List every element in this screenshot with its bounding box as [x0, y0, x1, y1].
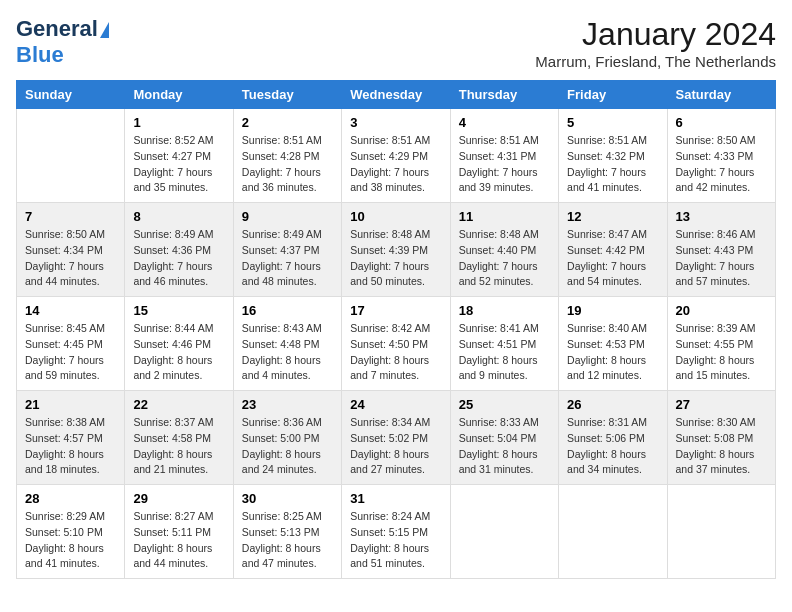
day-info: Sunrise: 8:51 AMSunset: 4:32 PMDaylight:…	[567, 133, 658, 196]
day-number: 20	[676, 303, 767, 318]
day-info: Sunrise: 8:44 AMSunset: 4:46 PMDaylight:…	[133, 321, 224, 384]
day-info: Sunrise: 8:45 AMSunset: 4:45 PMDaylight:…	[25, 321, 116, 384]
day-info: Sunrise: 8:40 AMSunset: 4:53 PMDaylight:…	[567, 321, 658, 384]
weekday-header-row: SundayMondayTuesdayWednesdayThursdayFrid…	[17, 81, 776, 109]
page-header: General Blue January 2024 Marrum, Friesl…	[16, 16, 776, 70]
day-info: Sunrise: 8:48 AMSunset: 4:39 PMDaylight:…	[350, 227, 441, 290]
day-number: 10	[350, 209, 441, 224]
day-number: 12	[567, 209, 658, 224]
day-number: 24	[350, 397, 441, 412]
day-info: Sunrise: 8:51 AMSunset: 4:28 PMDaylight:…	[242, 133, 333, 196]
day-info: Sunrise: 8:41 AMSunset: 4:51 PMDaylight:…	[459, 321, 550, 384]
calendar-cell: 19Sunrise: 8:40 AMSunset: 4:53 PMDayligh…	[559, 297, 667, 391]
calendar-cell: 11Sunrise: 8:48 AMSunset: 4:40 PMDayligh…	[450, 203, 558, 297]
day-info: Sunrise: 8:43 AMSunset: 4:48 PMDaylight:…	[242, 321, 333, 384]
day-number: 7	[25, 209, 116, 224]
day-info: Sunrise: 8:47 AMSunset: 4:42 PMDaylight:…	[567, 227, 658, 290]
weekday-header-thursday: Thursday	[450, 81, 558, 109]
day-info: Sunrise: 8:25 AMSunset: 5:13 PMDaylight:…	[242, 509, 333, 572]
weekday-header-sunday: Sunday	[17, 81, 125, 109]
calendar-cell: 4Sunrise: 8:51 AMSunset: 4:31 PMDaylight…	[450, 109, 558, 203]
day-number: 6	[676, 115, 767, 130]
calendar-cell: 22Sunrise: 8:37 AMSunset: 4:58 PMDayligh…	[125, 391, 233, 485]
logo-blue: Blue	[16, 42, 64, 67]
logo-general: General	[16, 16, 98, 41]
day-number: 25	[459, 397, 550, 412]
day-number: 16	[242, 303, 333, 318]
calendar-cell	[559, 485, 667, 579]
calendar-week-row: 28Sunrise: 8:29 AMSunset: 5:10 PMDayligh…	[17, 485, 776, 579]
calendar-cell: 18Sunrise: 8:41 AMSunset: 4:51 PMDayligh…	[450, 297, 558, 391]
calendar-cell: 25Sunrise: 8:33 AMSunset: 5:04 PMDayligh…	[450, 391, 558, 485]
day-info: Sunrise: 8:50 AMSunset: 4:33 PMDaylight:…	[676, 133, 767, 196]
day-info: Sunrise: 8:27 AMSunset: 5:11 PMDaylight:…	[133, 509, 224, 572]
day-number: 31	[350, 491, 441, 506]
calendar-cell: 3Sunrise: 8:51 AMSunset: 4:29 PMDaylight…	[342, 109, 450, 203]
weekday-header-friday: Friday	[559, 81, 667, 109]
calendar-cell: 9Sunrise: 8:49 AMSunset: 4:37 PMDaylight…	[233, 203, 341, 297]
calendar-cell: 29Sunrise: 8:27 AMSunset: 5:11 PMDayligh…	[125, 485, 233, 579]
day-info: Sunrise: 8:51 AMSunset: 4:29 PMDaylight:…	[350, 133, 441, 196]
calendar-cell: 14Sunrise: 8:45 AMSunset: 4:45 PMDayligh…	[17, 297, 125, 391]
calendar-cell: 7Sunrise: 8:50 AMSunset: 4:34 PMDaylight…	[17, 203, 125, 297]
day-number: 13	[676, 209, 767, 224]
calendar-cell	[450, 485, 558, 579]
title-block: January 2024 Marrum, Friesland, The Neth…	[535, 16, 776, 70]
calendar-table: SundayMondayTuesdayWednesdayThursdayFrid…	[16, 80, 776, 579]
calendar-cell: 1Sunrise: 8:52 AMSunset: 4:27 PMDaylight…	[125, 109, 233, 203]
day-number: 8	[133, 209, 224, 224]
calendar-cell: 27Sunrise: 8:30 AMSunset: 5:08 PMDayligh…	[667, 391, 775, 485]
calendar-cell: 5Sunrise: 8:51 AMSunset: 4:32 PMDaylight…	[559, 109, 667, 203]
day-info: Sunrise: 8:31 AMSunset: 5:06 PMDaylight:…	[567, 415, 658, 478]
day-number: 11	[459, 209, 550, 224]
day-number: 5	[567, 115, 658, 130]
calendar-cell: 20Sunrise: 8:39 AMSunset: 4:55 PMDayligh…	[667, 297, 775, 391]
calendar-week-row: 14Sunrise: 8:45 AMSunset: 4:45 PMDayligh…	[17, 297, 776, 391]
weekday-header-wednesday: Wednesday	[342, 81, 450, 109]
day-number: 22	[133, 397, 224, 412]
calendar-cell: 30Sunrise: 8:25 AMSunset: 5:13 PMDayligh…	[233, 485, 341, 579]
day-number: 3	[350, 115, 441, 130]
day-number: 15	[133, 303, 224, 318]
day-number: 28	[25, 491, 116, 506]
day-number: 27	[676, 397, 767, 412]
calendar-cell: 21Sunrise: 8:38 AMSunset: 4:57 PMDayligh…	[17, 391, 125, 485]
day-info: Sunrise: 8:34 AMSunset: 5:02 PMDaylight:…	[350, 415, 441, 478]
day-info: Sunrise: 8:24 AMSunset: 5:15 PMDaylight:…	[350, 509, 441, 572]
day-info: Sunrise: 8:30 AMSunset: 5:08 PMDaylight:…	[676, 415, 767, 478]
calendar-cell: 15Sunrise: 8:44 AMSunset: 4:46 PMDayligh…	[125, 297, 233, 391]
day-info: Sunrise: 8:46 AMSunset: 4:43 PMDaylight:…	[676, 227, 767, 290]
weekday-header-saturday: Saturday	[667, 81, 775, 109]
calendar-cell: 16Sunrise: 8:43 AMSunset: 4:48 PMDayligh…	[233, 297, 341, 391]
calendar-cell: 13Sunrise: 8:46 AMSunset: 4:43 PMDayligh…	[667, 203, 775, 297]
day-number: 1	[133, 115, 224, 130]
calendar-week-row: 1Sunrise: 8:52 AMSunset: 4:27 PMDaylight…	[17, 109, 776, 203]
day-number: 19	[567, 303, 658, 318]
day-info: Sunrise: 8:37 AMSunset: 4:58 PMDaylight:…	[133, 415, 224, 478]
day-number: 4	[459, 115, 550, 130]
day-info: Sunrise: 8:29 AMSunset: 5:10 PMDaylight:…	[25, 509, 116, 572]
day-info: Sunrise: 8:49 AMSunset: 4:36 PMDaylight:…	[133, 227, 224, 290]
day-info: Sunrise: 8:51 AMSunset: 4:31 PMDaylight:…	[459, 133, 550, 196]
calendar-week-row: 21Sunrise: 8:38 AMSunset: 4:57 PMDayligh…	[17, 391, 776, 485]
calendar-cell: 2Sunrise: 8:51 AMSunset: 4:28 PMDaylight…	[233, 109, 341, 203]
calendar-title: January 2024	[535, 16, 776, 53]
calendar-week-row: 7Sunrise: 8:50 AMSunset: 4:34 PMDaylight…	[17, 203, 776, 297]
day-number: 26	[567, 397, 658, 412]
day-info: Sunrise: 8:36 AMSunset: 5:00 PMDaylight:…	[242, 415, 333, 478]
logo: General Blue	[16, 16, 109, 68]
weekday-header-tuesday: Tuesday	[233, 81, 341, 109]
calendar-cell: 23Sunrise: 8:36 AMSunset: 5:00 PMDayligh…	[233, 391, 341, 485]
day-info: Sunrise: 8:33 AMSunset: 5:04 PMDaylight:…	[459, 415, 550, 478]
calendar-cell: 17Sunrise: 8:42 AMSunset: 4:50 PMDayligh…	[342, 297, 450, 391]
day-number: 21	[25, 397, 116, 412]
day-number: 29	[133, 491, 224, 506]
day-number: 2	[242, 115, 333, 130]
calendar-cell: 6Sunrise: 8:50 AMSunset: 4:33 PMDaylight…	[667, 109, 775, 203]
calendar-cell	[667, 485, 775, 579]
calendar-cell: 8Sunrise: 8:49 AMSunset: 4:36 PMDaylight…	[125, 203, 233, 297]
day-info: Sunrise: 8:39 AMSunset: 4:55 PMDaylight:…	[676, 321, 767, 384]
calendar-cell: 28Sunrise: 8:29 AMSunset: 5:10 PMDayligh…	[17, 485, 125, 579]
calendar-cell: 26Sunrise: 8:31 AMSunset: 5:06 PMDayligh…	[559, 391, 667, 485]
calendar-cell: 31Sunrise: 8:24 AMSunset: 5:15 PMDayligh…	[342, 485, 450, 579]
